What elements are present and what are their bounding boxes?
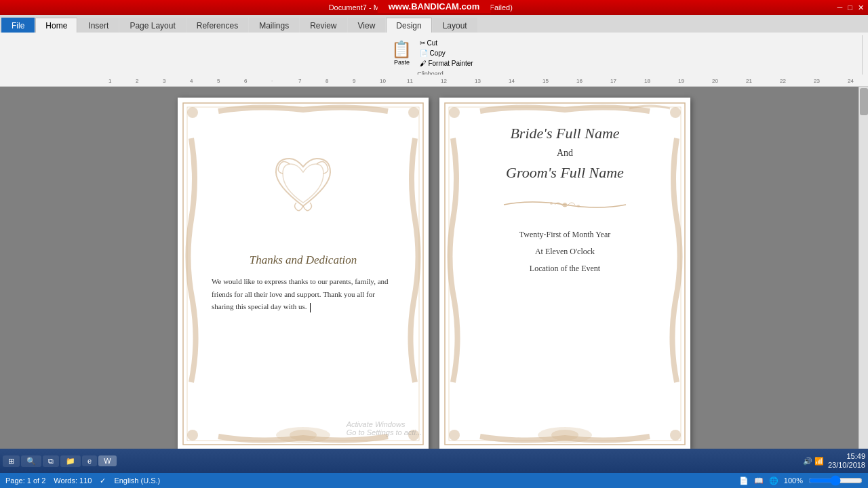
tab-home[interactable]: Home — [35, 18, 77, 33]
svg-point-32 — [408, 430, 419, 441]
tab-layout[interactable]: Layout — [433, 18, 477, 33]
cut-button[interactable]: ✂ Cut — [418, 39, 474, 47]
language-indicator[interactable]: English (U.S.) — [114, 476, 160, 485]
svg-point-29 — [187, 107, 198, 118]
paste-button[interactable]: 📋 Paste — [386, 35, 417, 70]
toolbar: 📋 Paste ✂ Cut 📄 Copy 🖌 Format Painter — [0, 33, 868, 80]
svg-text:24: 24 — [848, 78, 854, 84]
close-button[interactable]: ✕ — [858, 3, 864, 12]
svg-text:9: 9 — [353, 78, 356, 84]
maximize-button[interactable]: □ — [848, 3, 852, 12]
svg-text:20: 20 — [712, 78, 718, 84]
view-reading-button[interactable]: 📖 — [754, 476, 764, 485]
copy-icon: 📄 — [420, 49, 428, 57]
word-count: Words: 110 — [54, 476, 92, 485]
tab-review[interactable]: Review — [300, 18, 347, 33]
svg-text:3: 3 — [163, 78, 166, 84]
groom-name: Groom's Full Name — [467, 164, 663, 182]
svg-text:·: · — [271, 78, 273, 84]
spell-check-icon[interactable]: ✓ — [100, 476, 106, 485]
svg-point-42 — [551, 430, 578, 441]
view-web-button[interactable]: 🌐 — [769, 476, 778, 485]
start-button[interactable]: ⊞ — [3, 455, 20, 467]
event-date: Twenty-First of Month Year — [519, 230, 611, 240]
svg-text:1: 1 — [108, 78, 112, 84]
svg-point-41 — [538, 427, 592, 443]
tab-file[interactable]: File — [1, 18, 35, 33]
task-view-button[interactable]: ⧉ — [43, 455, 59, 467]
thanks-text: We would like to express thanks to our p… — [212, 277, 389, 310]
thanks-title: Thanks and Dedication — [205, 253, 401, 267]
page-1: Thanks and Dedication We would like to e… — [178, 98, 429, 449]
svg-point-39 — [449, 430, 460, 441]
zoom-slider[interactable] — [808, 475, 863, 486]
bandicam-watermark: www.BANDICAM.com — [378, 0, 491, 13]
statusbar: Page: 1 of 2 Words: 110 ✓ English (U.S.)… — [0, 473, 868, 488]
svg-text:16: 16 — [576, 78, 583, 84]
heart-ornament — [262, 152, 344, 220]
file-explorer-button[interactable]: 📁 — [60, 455, 81, 467]
svg-text:19: 19 — [678, 78, 684, 84]
svg-text:22: 22 — [780, 78, 786, 84]
svg-point-30 — [408, 107, 419, 118]
svg-point-34 — [290, 430, 317, 441]
tab-design[interactable]: Design — [386, 18, 431, 33]
tab-insert[interactable]: Insert — [78, 18, 119, 33]
svg-rect-0 — [0, 75, 868, 87]
svg-text:4: 4 — [190, 78, 193, 84]
svg-point-37 — [449, 107, 460, 118]
svg-point-38 — [670, 107, 681, 118]
svg-text:10: 10 — [380, 78, 386, 84]
format-painter-button[interactable]: 🖌 Format Painter — [418, 59, 474, 68]
cut-icon: ✂ — [420, 39, 425, 47]
copy-button[interactable]: 📄 Copy — [418, 49, 474, 58]
svg-text:11: 11 — [407, 78, 413, 84]
svg-text:23: 23 — [814, 78, 820, 84]
tab-references[interactable]: References — [186, 18, 248, 33]
format-painter-icon: 🖌 — [420, 60, 427, 67]
vertical-scrollbar[interactable] — [859, 87, 868, 449]
taskbar-time: 15:49 23/10/2018 — [828, 452, 865, 470]
tab-view[interactable]: View — [348, 18, 386, 33]
svg-text:13: 13 — [475, 78, 481, 84]
format-painter-label: Format Painter — [428, 60, 473, 67]
thanks-paragraph: We would like to express thanks to our p… — [205, 275, 401, 313]
svg-text:2: 2 — [136, 78, 139, 84]
bride-name: Bride's Full Name — [467, 125, 663, 142]
svg-point-31 — [187, 430, 198, 441]
window-controls[interactable]: ─ □ ✕ — [837, 3, 864, 12]
svg-text:21: 21 — [746, 78, 752, 84]
clipboard-sub: ✂ Cut 📄 Copy 🖌 Format Painter — [418, 35, 474, 70]
svg-text:14: 14 — [509, 78, 515, 84]
svg-point-40 — [670, 430, 681, 441]
page2-content: Bride's Full Name And Groom's Full Name … — [467, 118, 663, 274]
ribbon: File Home Insert Page Layout References … — [0, 15, 868, 81]
edge-button[interactable]: e — [82, 455, 97, 466]
svg-point-33 — [276, 427, 330, 443]
minimize-button[interactable]: ─ — [837, 3, 843, 12]
paste-label: Paste — [394, 59, 410, 66]
page-indicator: Page: 1 of 2 — [5, 476, 45, 485]
word-button active[interactable]: W — [98, 455, 116, 466]
and-text: And — [467, 148, 663, 159]
search-taskbar-button[interactable]: 🔍 — [21, 455, 41, 467]
scrollbar-thumb[interactable] — [860, 88, 868, 115]
document-area: 1 2 3 4 5 6 · 7 8 9 10 11 12 13 14 15 16… — [0, 75, 868, 449]
view-print-button[interactable]: 📄 — [739, 476, 749, 485]
svg-point-45 — [577, 205, 580, 207]
svg-text:5: 5 — [217, 78, 220, 84]
tab-page-layout[interactable]: Page Layout — [119, 18, 185, 33]
page1-content: Thanks and Dedication We would like to e… — [205, 233, 401, 313]
ruler: 1 2 3 4 5 6 · 7 8 9 10 11 12 13 14 15 16… — [0, 75, 868, 87]
svg-text:12: 12 — [441, 78, 447, 84]
svg-text:7: 7 — [298, 78, 302, 84]
system-tray: 🔊 📶 — [803, 457, 824, 466]
clock: 15:49 — [828, 452, 865, 461]
svg-text:17: 17 — [610, 78, 616, 84]
pages-container: Thanks and Dedication We would like to e… — [0, 87, 868, 449]
event-details: Twenty-First of Month Year At Eleven O'c… — [467, 230, 663, 274]
svg-text:18: 18 — [644, 78, 650, 84]
tab-mailings[interactable]: Mailings — [249, 18, 299, 33]
page-2: Bride's Full Name And Groom's Full Name … — [439, 98, 690, 449]
zoom-level: 100% — [784, 476, 803, 485]
